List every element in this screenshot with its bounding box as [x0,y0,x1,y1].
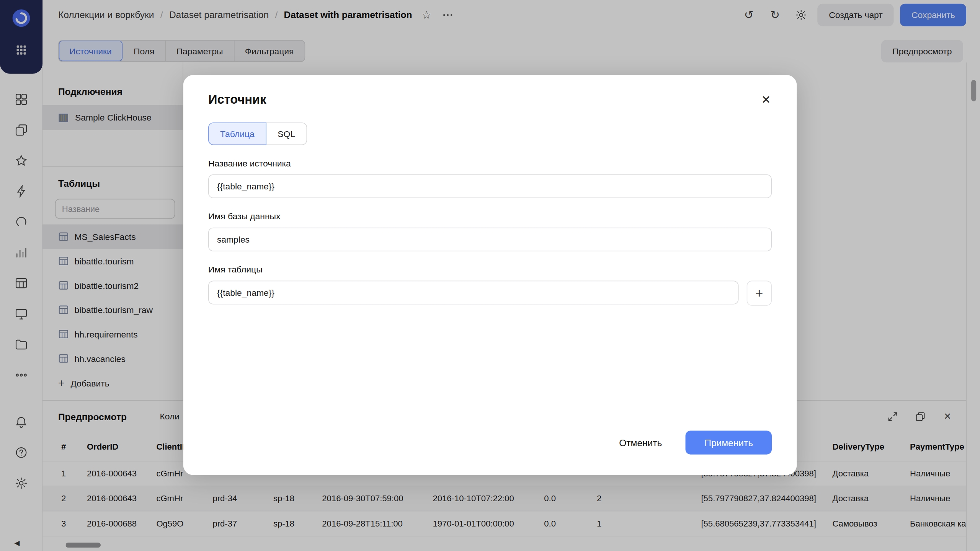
source-name-input[interactable] [208,174,772,198]
db-name-label: Имя базы данных [208,210,772,223]
table-name-row: + [208,276,772,305]
source-name-label: Название источника [208,157,772,170]
close-icon[interactable]: × [755,89,777,110]
source-modal: Источник × Таблица SQL Название источник… [183,75,797,475]
cancel-button[interactable]: Отменить [605,431,676,455]
app-root: ◀ Коллекции и воркбуки / Dataset paramet… [0,0,980,551]
table-name-label: Имя таблицы [208,263,772,276]
table-name-input[interactable] [208,281,738,305]
tab-table[interactable]: Таблица [208,122,266,145]
modal-footer: Отменить Применить [605,431,772,455]
modal-title: Источник [208,91,772,108]
db-name-input[interactable] [208,228,772,251]
source-type-tabs: Таблица SQL [208,122,307,145]
apply-button[interactable]: Применить [686,431,772,455]
tab-sql[interactable]: SQL [266,122,307,145]
add-parameter-button[interactable]: + [747,281,772,306]
